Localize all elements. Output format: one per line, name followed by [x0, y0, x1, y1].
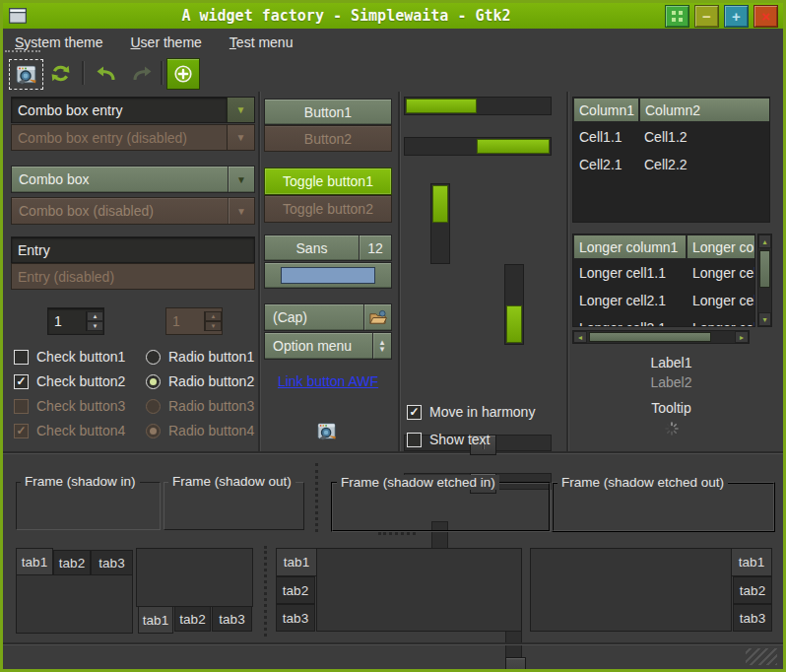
tree2-header-column1[interactable]: Longer column1 [573, 235, 687, 259]
radio-2-label: Radio button2 [168, 373, 254, 389]
notebook1-tab3[interactable]: tab3 [91, 550, 133, 575]
resize-grip[interactable] [746, 648, 777, 665]
hscrollbar-thumb[interactable] [589, 332, 711, 342]
spin-down-button: ▾ [205, 321, 222, 331]
notebook2-tab1[interactable]: tab1 [138, 606, 173, 634]
arrow-down-icon: ▾ [762, 315, 766, 324]
progress-bar-btt [504, 264, 524, 345]
show-text-checkbox[interactable] [407, 433, 422, 447]
menu-system-theme[interactable]: System theme [15, 34, 102, 50]
toolbar-awf-button[interactable] [9, 59, 43, 90]
show-text-row: Show text [407, 430, 564, 449]
frame-shadow-etched-out: Frame (shadow etched out) [552, 482, 775, 532]
check-radio-row-2: ✓ Check button2 Radio button2 [14, 371, 258, 391]
horizontal-dotted-separator [378, 532, 416, 535]
button2-disabled: Button2 [264, 125, 392, 152]
notebook3-tab2[interactable]: tab2 [276, 576, 315, 604]
toggle-button2-disabled: Toggle button2 [264, 195, 392, 223]
radio-1[interactable] [146, 350, 161, 365]
tooltip-label: Tooltip [572, 400, 770, 416]
combo-entry-disabled-text: Combo box entry (disabled) [12, 125, 227, 150]
vertical-scrollbar[interactable]: ▴ ▾ [757, 234, 772, 327]
checkbox-1[interactable] [14, 350, 29, 365]
check-icon: ✓ [409, 405, 419, 419]
window-menu-button[interactable] [665, 5, 689, 28]
notebook3-tab3[interactable]: tab3 [276, 604, 315, 632]
refresh-icon [49, 62, 72, 85]
check-radio-row-1: Check button1 Radio button1 [14, 347, 258, 367]
text-entry[interactable]: Entry [11, 236, 255, 263]
notebook4-tab3[interactable]: tab3 [733, 604, 772, 632]
tree1-header-column2[interactable]: Column2 [639, 98, 770, 122]
titlebar[interactable]: A widget factory - Simplewaita - Gtk2 − … [3, 3, 783, 29]
spin-value[interactable]: 1 [48, 313, 86, 329]
combo-entry-arrow-button[interactable]: ▼ [227, 98, 254, 122]
checkbox-4-label: Check button4 [36, 423, 138, 438]
move-in-harmony-label: Move in harmony [429, 404, 535, 420]
toolbar-new-button[interactable] [166, 58, 200, 90]
radio-2[interactable] [146, 374, 161, 389]
combo-entry-text[interactable]: Combo box entry [12, 98, 227, 122]
tree2-header-column2[interactable]: Longer column2 [687, 235, 755, 259]
paned-divider[interactable] [398, 92, 401, 451]
paned-divider-horizontal[interactable] [3, 451, 783, 454]
combo-box-disabled: Combo box (disabled) ▼ [11, 197, 255, 225]
color-button[interactable] [264, 262, 392, 289]
chevron-down-icon: ▼ [236, 132, 246, 143]
horizontal-scrollbar[interactable]: ◂ ▸ [572, 330, 750, 344]
scroll-up-button[interactable]: ▴ [758, 235, 771, 248]
option-menu[interactable]: Option menu ▴ ▾ [264, 332, 392, 360]
notebook4-tab2[interactable]: tab2 [733, 576, 772, 604]
toolbar-refresh-button[interactable] [46, 60, 74, 87]
toolbar-undo-button[interactable] [90, 60, 121, 87]
close-icon: × [761, 9, 770, 24]
menu-test-menu[interactable]: Test menu [229, 34, 294, 50]
combo-box-entry[interactable]: Combo box entry ▼ [11, 97, 255, 123]
toolbar-redo-button[interactable] [127, 60, 159, 87]
redo-icon [131, 62, 155, 86]
close-button[interactable]: × [753, 5, 778, 28]
notebook2-tab2[interactable]: tab2 [174, 606, 211, 632]
paned-divider[interactable] [566, 92, 569, 451]
vscrollbar-thumb[interactable] [759, 250, 770, 288]
scroll-left-button[interactable]: ◂ [573, 331, 587, 343]
frame-shadow-out: Frame (shadow out) [164, 482, 304, 530]
combo-box-entry-disabled: Combo box entry (disabled) ▼ [11, 124, 255, 151]
scroll-down-button[interactable]: ▾ [758, 312, 771, 326]
arrow-up-icon: ▴ [212, 312, 216, 320]
notebook2-tab3[interactable]: tab3 [212, 606, 252, 632]
notebook1-tab2[interactable]: tab2 [53, 550, 91, 575]
spin-down-button[interactable]: ▾ [87, 321, 103, 331]
menu-user-theme[interactable]: User theme [130, 34, 201, 50]
button1[interactable]: Button1 [264, 99, 392, 125]
tree1-header-column1[interactable]: Column1 [573, 98, 639, 122]
move-in-harmony-checkbox[interactable]: ✓ [407, 405, 422, 420]
cap-file-button[interactable]: (Cap) [264, 303, 392, 331]
scroll-right-button[interactable]: ▸ [735, 331, 749, 343]
spin-up-button[interactable]: ▴ [87, 311, 103, 321]
font-button[interactable]: Sans 12 [264, 235, 392, 261]
arrow-left-icon: ◂ [578, 333, 582, 342]
progress-fill [506, 305, 522, 343]
link-button[interactable]: Link button AWF [264, 373, 392, 389]
check-icon: ✓ [16, 424, 26, 437]
checkbox-2[interactable]: ✓ [14, 374, 29, 389]
radio-3-label: Radio button3 [168, 398, 254, 414]
maximize-button[interactable]: + [724, 5, 749, 28]
window-icon [8, 6, 28, 26]
notebook3-tab1[interactable]: tab1 [276, 548, 317, 576]
notebook4-pane [530, 548, 732, 632]
window: A widget factory - Simplewaita - Gtk2 − … [0, 0, 786, 672]
arrow-up-icon: ▴ [762, 237, 766, 246]
menubar: System theme User theme Test menu [3, 29, 783, 56]
combo-box[interactable]: Combo box ▼ [11, 166, 255, 193]
combo-entry-disabled-arrow: ▼ [227, 125, 254, 150]
toggle-button1-active[interactable]: Toggle button1 [264, 168, 392, 195]
minimize-button[interactable]: − [694, 5, 719, 28]
toolbar-grip-dots [5, 50, 40, 55]
paned-divider[interactable] [258, 92, 261, 451]
notebook4-tab1[interactable]: tab1 [731, 548, 772, 576]
undo-icon [94, 62, 117, 86]
notebook1-tab1[interactable]: tab1 [16, 548, 53, 575]
spin-button[interactable]: 1 ▴ ▾ [47, 307, 104, 335]
